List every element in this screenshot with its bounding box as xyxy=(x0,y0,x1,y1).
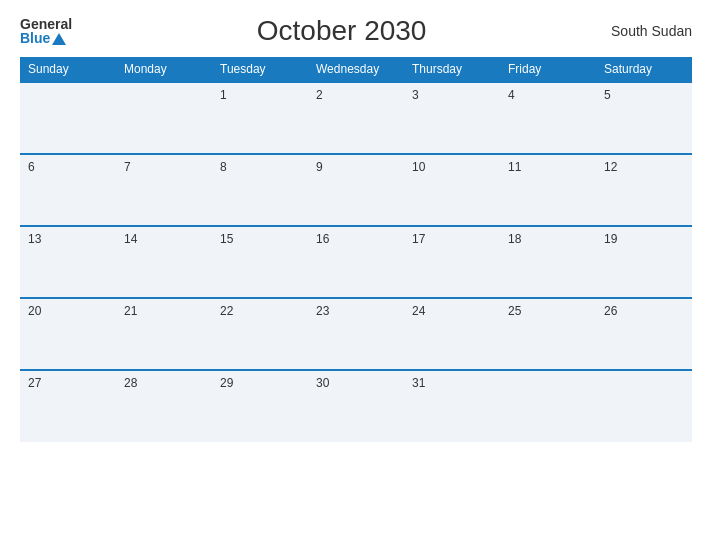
calendar-day-cell: 23 xyxy=(308,298,404,370)
calendar-day-cell: 13 xyxy=(20,226,116,298)
calendar-day-cell: 31 xyxy=(404,370,500,442)
calendar-day-cell: 15 xyxy=(212,226,308,298)
calendar-day-cell: 5 xyxy=(596,82,692,154)
day-number: 5 xyxy=(604,88,611,102)
day-number: 18 xyxy=(508,232,521,246)
day-number: 10 xyxy=(412,160,425,174)
logo-general-text: General xyxy=(20,17,72,31)
day-number: 13 xyxy=(28,232,41,246)
calendar-day-cell: 30 xyxy=(308,370,404,442)
header-wednesday: Wednesday xyxy=(308,57,404,82)
day-number: 22 xyxy=(220,304,233,318)
calendar-page: General Blue October 2030 South Sudan Su… xyxy=(0,0,712,550)
day-number: 28 xyxy=(124,376,137,390)
day-number: 31 xyxy=(412,376,425,390)
calendar-day-cell: 22 xyxy=(212,298,308,370)
calendar-day-cell: 25 xyxy=(500,298,596,370)
day-number: 16 xyxy=(316,232,329,246)
calendar-title: October 2030 xyxy=(257,15,427,47)
logo-blue-text: Blue xyxy=(20,31,66,45)
calendar-day-cell: 3 xyxy=(404,82,500,154)
calendar-day-cell: 14 xyxy=(116,226,212,298)
calendar-day-cell: 17 xyxy=(404,226,500,298)
header-thursday: Thursday xyxy=(404,57,500,82)
calendar-day-cell: 18 xyxy=(500,226,596,298)
day-number: 24 xyxy=(412,304,425,318)
day-number: 8 xyxy=(220,160,227,174)
logo: General Blue xyxy=(20,17,72,45)
calendar-table: Sunday Monday Tuesday Wednesday Thursday… xyxy=(20,57,692,442)
header-friday: Friday xyxy=(500,57,596,82)
calendar-day-cell: 19 xyxy=(596,226,692,298)
calendar-day-cell: 2 xyxy=(308,82,404,154)
calendar-day-cell xyxy=(116,82,212,154)
calendar-day-cell: 9 xyxy=(308,154,404,226)
day-number: 30 xyxy=(316,376,329,390)
day-number: 26 xyxy=(604,304,617,318)
day-number: 21 xyxy=(124,304,137,318)
calendar-day-cell xyxy=(500,370,596,442)
calendar-day-cell: 12 xyxy=(596,154,692,226)
day-number: 9 xyxy=(316,160,323,174)
weekday-header-row: Sunday Monday Tuesday Wednesday Thursday… xyxy=(20,57,692,82)
day-number: 6 xyxy=(28,160,35,174)
header-monday: Monday xyxy=(116,57,212,82)
day-number: 1 xyxy=(220,88,227,102)
header-sunday: Sunday xyxy=(20,57,116,82)
header-tuesday: Tuesday xyxy=(212,57,308,82)
calendar-week-row: 2728293031 xyxy=(20,370,692,442)
day-number: 4 xyxy=(508,88,515,102)
calendar-day-cell: 21 xyxy=(116,298,212,370)
calendar-day-cell: 11 xyxy=(500,154,596,226)
day-number: 29 xyxy=(220,376,233,390)
calendar-day-cell: 1 xyxy=(212,82,308,154)
day-number: 25 xyxy=(508,304,521,318)
day-number: 14 xyxy=(124,232,137,246)
calendar-day-cell: 20 xyxy=(20,298,116,370)
day-number: 7 xyxy=(124,160,131,174)
day-number: 23 xyxy=(316,304,329,318)
calendar-day-cell: 10 xyxy=(404,154,500,226)
calendar-day-cell xyxy=(596,370,692,442)
day-number: 11 xyxy=(508,160,521,174)
day-number: 27 xyxy=(28,376,41,390)
calendar-day-cell: 4 xyxy=(500,82,596,154)
day-number: 2 xyxy=(316,88,323,102)
day-number: 19 xyxy=(604,232,617,246)
day-number: 20 xyxy=(28,304,41,318)
day-number: 15 xyxy=(220,232,233,246)
calendar-day-cell: 28 xyxy=(116,370,212,442)
header: General Blue October 2030 South Sudan xyxy=(20,15,692,47)
day-number: 12 xyxy=(604,160,617,174)
day-number: 17 xyxy=(412,232,425,246)
day-number: 3 xyxy=(412,88,419,102)
calendar-day-cell: 8 xyxy=(212,154,308,226)
calendar-day-cell: 26 xyxy=(596,298,692,370)
logo-triangle-icon xyxy=(52,33,66,45)
calendar-day-cell: 7 xyxy=(116,154,212,226)
calendar-week-row: 13141516171819 xyxy=(20,226,692,298)
calendar-week-row: 6789101112 xyxy=(20,154,692,226)
country-name: South Sudan xyxy=(611,23,692,39)
calendar-day-cell: 16 xyxy=(308,226,404,298)
calendar-day-cell: 27 xyxy=(20,370,116,442)
header-saturday: Saturday xyxy=(596,57,692,82)
calendar-day-cell xyxy=(20,82,116,154)
calendar-week-row: 20212223242526 xyxy=(20,298,692,370)
calendar-day-cell: 24 xyxy=(404,298,500,370)
calendar-week-row: 12345 xyxy=(20,82,692,154)
calendar-day-cell: 6 xyxy=(20,154,116,226)
calendar-day-cell: 29 xyxy=(212,370,308,442)
